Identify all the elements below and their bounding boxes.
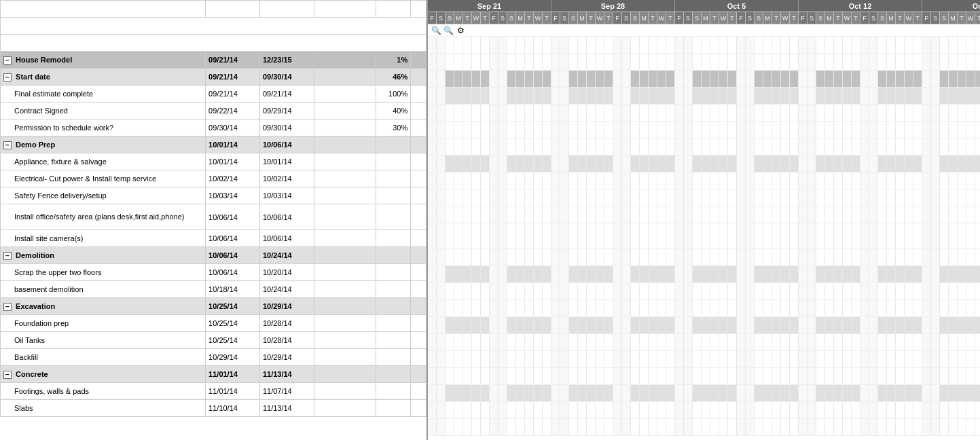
grid-col [869, 385, 878, 401]
grid-col [887, 206, 896, 223]
settings-icon[interactable]: ⚙ [455, 25, 466, 36]
grid-col [604, 172, 613, 189]
grid-col [622, 155, 631, 172]
grid-col [587, 351, 596, 367]
section-row: − Excavation 10/25/14 10/29/14 [1, 298, 427, 315]
collapse-icon[interactable]: − [3, 141, 12, 149]
grid-col [534, 206, 543, 223]
task-d [411, 86, 427, 103]
grid-col [737, 189, 746, 206]
grid-col [525, 334, 534, 350]
grid-col [507, 172, 516, 189]
gantt-row: Dem [428, 266, 980, 283]
grid-col [728, 249, 737, 265]
zoom-out-icon[interactable]: 🔍 [443, 25, 454, 36]
grid-col [551, 105, 560, 121]
grid-col [737, 88, 746, 104]
grid-col [551, 419, 560, 435]
grid-col [860, 266, 869, 282]
grid-col [498, 402, 507, 418]
task-row: Final estimate complete 09/21/14 09/21/1… [1, 86, 427, 103]
grid-col [737, 419, 746, 435]
collapse-icon[interactable]: − [3, 73, 12, 81]
grid-col [975, 172, 980, 189]
grid-col [860, 88, 869, 104]
grid-col [657, 351, 666, 367]
grid-col [922, 37, 931, 53]
grid-col [922, 71, 931, 87]
grid-col [596, 37, 604, 53]
grid-col [763, 385, 772, 401]
grid-col [463, 419, 472, 435]
collapse-icon[interactable]: − [3, 252, 12, 260]
grid-col [966, 249, 975, 265]
grid-col [454, 105, 463, 121]
grid-col [772, 122, 781, 138]
grid-col [719, 105, 728, 121]
grid-col [746, 54, 755, 70]
grid-col [622, 402, 631, 418]
grid-col [728, 334, 737, 350]
grid-col [843, 300, 852, 316]
grid-col [649, 172, 657, 189]
section-assigned [314, 69, 376, 86]
grid-col [772, 155, 781, 172]
grid-col [860, 105, 869, 121]
collapse-icon[interactable]: − [3, 56, 12, 65]
grid-col [737, 206, 746, 223]
grid-col [825, 37, 834, 53]
grid-col [578, 249, 587, 265]
gantt-row [428, 71, 980, 88]
grid-col [719, 155, 728, 172]
grid-col [755, 88, 763, 104]
grid-col [507, 71, 516, 87]
collapse-icon[interactable]: − [3, 371, 12, 379]
grid-col [878, 223, 887, 249]
grid-col [755, 266, 763, 282]
grid-col [896, 317, 905, 333]
grid-col [578, 71, 587, 87]
grid-col [807, 300, 816, 316]
grid-col [958, 351, 966, 367]
grid-col [878, 351, 887, 367]
grid-col [702, 105, 710, 121]
grid-col [463, 283, 472, 299]
grid-col [825, 317, 834, 333]
grid-col [446, 122, 454, 138]
task-row: Install office/safety area (plans desk,f… [1, 204, 427, 230]
grid-col [657, 283, 666, 299]
grid-col [543, 54, 551, 70]
grid-col [755, 54, 763, 70]
grid-col [772, 37, 781, 53]
collapse-icon[interactable]: − [3, 303, 12, 311]
task-percent [376, 332, 410, 349]
grid-col [719, 37, 728, 53]
grid-col [551, 71, 560, 87]
zoom-in-icon[interactable]: 🔍 [431, 25, 441, 36]
grid-col [825, 419, 834, 435]
grid-col [949, 206, 958, 223]
grid-col [896, 300, 905, 316]
grid-col [498, 71, 507, 87]
grid-col [649, 88, 657, 104]
grid-col [719, 139, 728, 155]
grid-col [657, 54, 666, 70]
grid-col [737, 334, 746, 350]
grid-col [940, 334, 949, 350]
grid-col [913, 368, 922, 384]
grid-col [666, 172, 675, 189]
grid-col [622, 37, 631, 53]
grid-col [719, 385, 728, 401]
task-d [411, 204, 427, 230]
task-end: 09/30/14 [259, 120, 314, 136]
task-start: 10/29/14 [206, 349, 260, 366]
grid-col [525, 368, 534, 384]
grid-col [587, 419, 596, 435]
grid-col [596, 223, 604, 249]
grid-col [534, 317, 543, 333]
grid-col [790, 223, 799, 249]
task-assigned [314, 204, 376, 230]
grid-col [949, 385, 958, 401]
grid-col [463, 402, 472, 418]
grid-col [940, 88, 949, 104]
